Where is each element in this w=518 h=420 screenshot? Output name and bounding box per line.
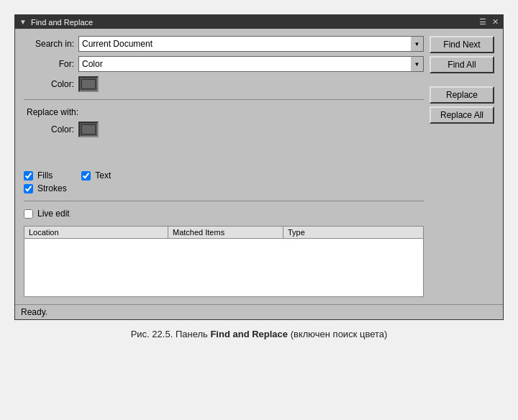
replace-with-label: Replace with: xyxy=(24,107,424,117)
replace-color-label: Color: xyxy=(24,124,74,134)
caption: Рис. 22.5. Панель Find and Replace (вклю… xyxy=(131,329,388,339)
for-label: For: xyxy=(24,59,74,69)
live-edit-checkbox[interactable] xyxy=(24,209,33,219)
buttons-spacer xyxy=(430,76,494,83)
col-type-header: Type xyxy=(283,227,423,238)
fills-checkbox-row: Fills xyxy=(24,170,53,181)
find-color-swatch-inner xyxy=(81,79,96,89)
title-bar: ▼ Find and Replace ☰ ✕ xyxy=(15,15,503,29)
find-replace-dialog: ▼ Find and Replace ☰ ✕ Search in: Curren… xyxy=(14,14,504,320)
live-edit-row: Live edit xyxy=(24,209,424,219)
search-in-label: Search in: xyxy=(24,39,74,49)
for-dropdown-wrapper: Color ▼ xyxy=(78,56,424,72)
search-in-dropdown-wrapper: Current Document ▼ xyxy=(78,36,424,52)
replace-color-row: Color: xyxy=(24,122,424,137)
menu-icon[interactable]: ☰ xyxy=(479,17,486,27)
strokes-checkbox[interactable] xyxy=(24,184,33,193)
col-location-header: Location xyxy=(24,227,168,238)
replace-color-swatch[interactable] xyxy=(78,122,99,137)
replace-section: Replace with: Color: xyxy=(24,107,424,137)
for-row: For: Color ▼ xyxy=(24,56,424,72)
strokes-checkbox-row: Strokes xyxy=(24,183,424,193)
find-next-button[interactable]: Find Next xyxy=(430,36,494,53)
dialog-title: Find and Replace xyxy=(31,18,93,27)
checkbox-section: Fills Text Strokes xyxy=(24,170,424,193)
search-in-dropdown[interactable]: Current Document xyxy=(78,36,424,52)
main-content: Search in: Current Document ▼ For: Color… xyxy=(24,36,424,297)
section-divider-1 xyxy=(24,99,424,100)
find-color-swatch[interactable] xyxy=(78,76,99,92)
close-icon[interactable]: ✕ xyxy=(492,17,499,27)
results-header: Location Matched Items Type xyxy=(24,227,423,239)
replace-button[interactable]: Replace xyxy=(430,86,494,104)
results-section: Location Matched Items Type xyxy=(24,226,424,297)
results-body xyxy=(24,239,423,296)
search-in-row: Search in: Current Document ▼ xyxy=(24,36,424,52)
text-label: Text xyxy=(95,170,111,181)
buttons-column: Find Next Find All Replace Replace All xyxy=(430,36,494,297)
col-matched-header: Matched Items xyxy=(168,227,283,238)
caption-prefix: Рис. 22.5. xyxy=(131,329,173,339)
find-color-label: Color: xyxy=(24,79,74,89)
replace-color-swatch-inner xyxy=(81,124,96,134)
title-bar-left: ▼ Find and Replace xyxy=(19,18,93,27)
for-dropdown[interactable]: Color xyxy=(78,56,424,72)
status-bar: Ready. xyxy=(15,304,503,319)
strokes-label: Strokes xyxy=(37,183,67,193)
find-all-button[interactable]: Find All xyxy=(430,56,494,73)
replace-all-button[interactable]: Replace All xyxy=(430,106,494,124)
text-checkbox[interactable] xyxy=(81,171,91,181)
fills-checkbox[interactable] xyxy=(24,171,33,181)
caption-suffix: (включен поиск цвета) xyxy=(291,329,388,339)
find-color-row: Color: xyxy=(24,76,424,92)
section-divider-2 xyxy=(24,201,424,201)
checkbox-group-top: Fills Text xyxy=(24,170,424,181)
status-text: Ready. xyxy=(21,307,47,317)
spacer xyxy=(24,142,424,163)
text-checkbox-row: Text xyxy=(81,170,111,181)
dialog-body: Search in: Current Document ▼ For: Color… xyxy=(15,29,503,304)
live-edit-label: Live edit xyxy=(37,209,70,219)
fills-label: Fills xyxy=(37,170,53,181)
collapse-icon[interactable]: ▼ xyxy=(19,18,27,26)
caption-bold: Find and Replace xyxy=(210,329,288,339)
